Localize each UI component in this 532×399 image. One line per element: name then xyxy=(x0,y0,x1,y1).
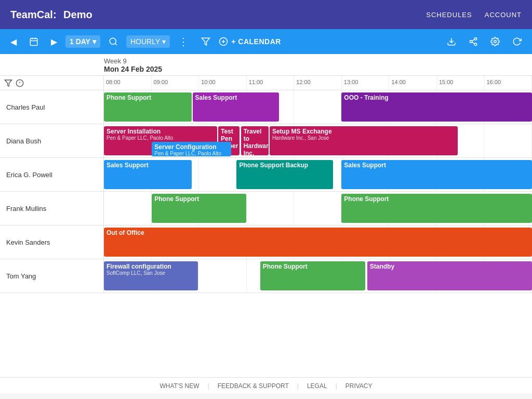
row-events: Sales SupportPhone Support BackupSales S… xyxy=(104,158,532,191)
row-events: Server InstallationPen & Paper LLC, Paol… xyxy=(104,124,532,157)
settings-button[interactable] xyxy=(486,35,504,48)
calendar-row: Frank MullinsPhone SupportPhone Support xyxy=(0,192,532,225)
calendar-event[interactable]: Out of Office xyxy=(104,228,532,257)
hourly-selector[interactable]: HOURLY ▾ xyxy=(126,35,170,48)
row-events: Phone SupportSales SupportOOO - Training xyxy=(104,90,532,124)
more-button[interactable]: ⋮ xyxy=(174,33,193,50)
footer-privacy[interactable]: PRIVACY xyxy=(345,382,373,390)
time-slot-label: 11:00 xyxy=(247,76,295,90)
time-slot-label: 15:00 xyxy=(437,76,485,90)
event-title: Server Installation xyxy=(107,128,215,135)
event-subtitle: Hardware Inc., San Jose xyxy=(272,135,456,141)
app-title: TeamCal: Demo xyxy=(10,9,92,21)
event-title: Sales Support xyxy=(195,94,276,101)
calendar-event[interactable]: Firewall configurationSoftComp LLC, San … xyxy=(104,261,198,290)
time-slots-header: 08:0009:0010:0011:0012:0013:0014:0015:00… xyxy=(104,76,532,90)
toolbar: ◀ ▶ 1 DAY ▾ HOURLY ▾ ⋮ + CALENDAR xyxy=(0,29,532,54)
row-events: Out of Office xyxy=(104,225,532,259)
filter-button[interactable] xyxy=(197,35,215,48)
calendar-event[interactable]: Phone Support Backup xyxy=(236,160,332,189)
calendar-event[interactable]: Sales Support xyxy=(193,92,279,122)
calendar-event[interactable]: Phone Support xyxy=(152,194,246,223)
calendar-row: Charles PaulPhone SupportSales SupportOO… xyxy=(0,90,532,124)
footer-whats-new[interactable]: WHAT'S NEW xyxy=(159,382,199,390)
time-slot-label: 09:00 xyxy=(152,76,200,90)
svg-point-16 xyxy=(494,41,497,43)
event-title: Firewall configuration xyxy=(107,263,195,270)
calendar-event[interactable]: Server ConfigurationPen & Paper LLC, Pao… xyxy=(152,142,231,156)
time-slot-label: 08:00 xyxy=(104,76,152,90)
calendar-event[interactable]: Standby xyxy=(367,261,532,290)
search-button[interactable] xyxy=(104,35,122,48)
event-subtitle: SoftComp LLC, San Jose xyxy=(107,270,195,276)
person-name: Kevin Sanders xyxy=(0,225,104,259)
svg-marker-6 xyxy=(202,38,210,45)
svg-point-12 xyxy=(470,41,472,43)
calendar-event[interactable]: OOO - Training xyxy=(341,92,532,122)
add-calendar-button[interactable]: + CALENDAR xyxy=(219,37,281,46)
time-slot-label: 12:00 xyxy=(294,76,342,90)
event-title: OOO - Training xyxy=(344,94,529,101)
nav-schedules[interactable]: SCHEDULES xyxy=(426,11,472,19)
calendar-event[interactable]: Setup MS ExchangeHardware Inc., San Jose xyxy=(270,126,458,155)
event-title: Phone Support Backup xyxy=(239,162,330,169)
svg-line-14 xyxy=(472,42,474,44)
svg-line-15 xyxy=(472,39,474,41)
calendar-container: 08:0009:0010:0011:0012:0013:0014:0015:00… xyxy=(0,76,532,377)
calendar-row: Tom YangFirewall configurationSoftComp L… xyxy=(0,259,532,293)
event-title: Standby xyxy=(370,263,529,270)
svg-point-11 xyxy=(474,38,477,41)
prev-button[interactable]: ◀ xyxy=(6,35,21,49)
footer: WHAT'S NEW | FEEDBACK & SUPPORT | LEGAL … xyxy=(0,377,532,394)
svg-rect-0 xyxy=(30,38,37,46)
calendar-row: Kevin SandersOut of Office xyxy=(0,225,532,259)
event-title: Phone Support xyxy=(107,94,189,101)
filter-icons xyxy=(0,76,104,90)
footer-feedback[interactable]: FEEDBACK & SUPPORT xyxy=(218,382,289,390)
person-name: Charles Paul xyxy=(0,90,104,124)
event-title: Travel to Hardware Inc. xyxy=(244,128,267,155)
time-slot-label: 10:00 xyxy=(199,76,247,90)
svg-point-13 xyxy=(474,43,477,46)
refresh-button[interactable] xyxy=(508,35,526,48)
calendar-event[interactable]: Phone Support xyxy=(341,194,532,223)
nav-account[interactable]: ACCOUNT xyxy=(485,11,522,19)
person-name: Erica G. Powell xyxy=(0,158,104,191)
calendar-event[interactable]: Sales Support xyxy=(341,160,532,189)
week-info: Week 9 Mon 24 Feb 2025 xyxy=(0,54,532,76)
event-title: Out of Office xyxy=(107,229,529,236)
event-subtitle: Pen & Paper LLC, Paolo Alto xyxy=(107,135,215,141)
svg-point-4 xyxy=(110,38,116,44)
row-events: Phone SupportPhone Support xyxy=(104,192,532,225)
calendar-event[interactable]: Sales Support xyxy=(104,160,192,189)
time-header: 08:0009:0010:0011:0012:0013:0014:0015:00… xyxy=(0,76,532,90)
header-nav: SCHEDULES ACCOUNT xyxy=(426,11,522,19)
calendar-row: Diana BushServer InstallationPen & Paper… xyxy=(0,124,532,158)
event-title: Phone Support xyxy=(154,195,243,203)
person-name: Frank Mullins xyxy=(0,192,104,225)
download-button[interactable] xyxy=(443,35,460,48)
event-subtitle: Pen & Paper LLC, Paolo Alto xyxy=(154,151,228,156)
today-button[interactable] xyxy=(25,35,43,48)
time-slot-label: 13:00 xyxy=(342,76,390,90)
svg-line-5 xyxy=(115,43,116,45)
header: TeamCal: Demo SCHEDULES ACCOUNT xyxy=(0,0,532,29)
next-button[interactable]: ▶ xyxy=(47,35,61,49)
share-button[interactable] xyxy=(464,35,482,48)
calendar-event[interactable]: Phone Support xyxy=(260,261,365,290)
calendar-event[interactable]: Phone Support xyxy=(104,92,192,122)
event-title: Sales Support xyxy=(344,162,529,169)
event-title: Phone Support xyxy=(344,195,529,203)
event-title: Phone Support xyxy=(263,263,363,270)
svg-marker-17 xyxy=(5,80,11,86)
date-label: Mon 24 Feb 2025 xyxy=(104,65,526,73)
calendar-rows: Charles PaulPhone SupportSales SupportOO… xyxy=(0,90,532,377)
time-slot-label: 16:00 xyxy=(485,76,533,90)
event-title: Server Configuration xyxy=(154,143,228,151)
row-events: Firewall configurationSoftComp LLC, San … xyxy=(104,259,532,292)
view-selector[interactable]: 1 DAY ▾ xyxy=(65,35,100,48)
footer-legal[interactable]: LEGAL xyxy=(307,382,327,390)
week-label: Week 9 xyxy=(104,57,526,65)
calendar-event[interactable]: Travel to Hardware Inc. xyxy=(241,126,269,155)
event-title: Sales Support xyxy=(107,162,189,169)
